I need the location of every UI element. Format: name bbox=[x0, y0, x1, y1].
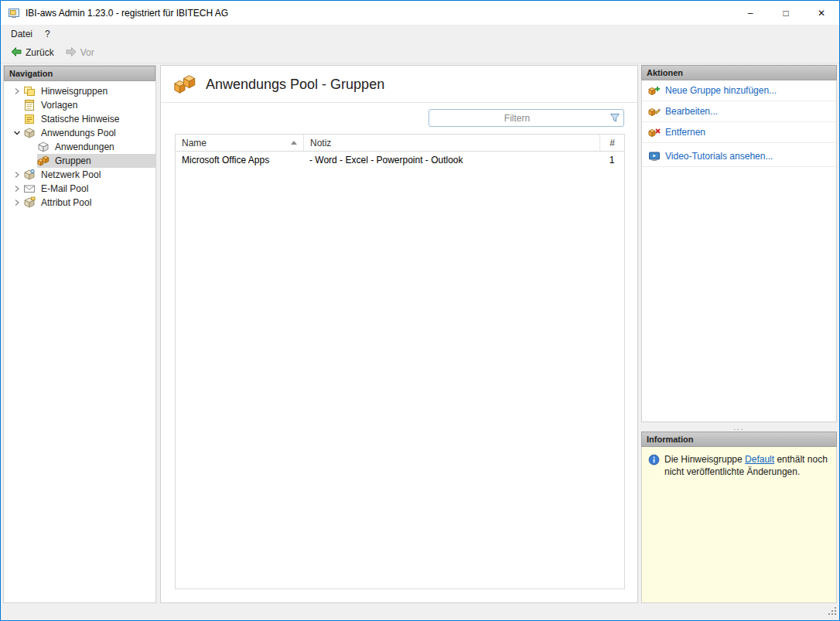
page-title: Anwendungs Pool - Gruppen bbox=[206, 77, 384, 93]
forward-button-label: Vor bbox=[80, 47, 94, 58]
action-add-group[interactable]: Neue Gruppe hinzufügen... bbox=[642, 80, 836, 101]
sort-ascending-icon bbox=[291, 141, 297, 145]
column-header-name-label: Name bbox=[182, 138, 207, 148]
body-area: Navigation Hinweisgruppen Vorlagen bbox=[1, 63, 839, 604]
hint-groups-icon bbox=[23, 85, 36, 97]
groups-table: Name Notiz # Microsoft Office Apps - Wor… bbox=[175, 134, 625, 589]
column-header-notiz[interactable]: Notiz bbox=[303, 135, 599, 151]
chevron-right-icon[interactable] bbox=[11, 196, 23, 209]
table-row[interactable]: Microsoft Office Apps - Word - Excel - P… bbox=[176, 152, 624, 168]
minimize-button[interactable]: – bbox=[732, 1, 768, 25]
groups-icon bbox=[37, 155, 50, 167]
sidebar-item-label: Netzwerk Pool bbox=[39, 169, 103, 181]
sidebar-item-label: Anwendungen bbox=[53, 141, 117, 153]
main-panel: Anwendungs Pool - Gruppen Name Notiz bbox=[160, 65, 638, 603]
sidebar-item-netzwerk-pool[interactable]: Netzwerk Pool bbox=[4, 168, 155, 182]
filter-box bbox=[429, 109, 624, 127]
email-pool-icon bbox=[23, 183, 36, 195]
navigation-header: Navigation bbox=[4, 66, 155, 81]
chevron-down-icon[interactable] bbox=[11, 127, 23, 139]
information-header: Information bbox=[641, 432, 837, 447]
column-header-count[interactable]: # bbox=[599, 135, 624, 151]
menubar: Datei ? bbox=[1, 25, 839, 43]
maximize-button[interactable]: □ bbox=[768, 1, 804, 25]
edit-group-icon bbox=[648, 105, 661, 118]
sidebar-item-gruppen[interactable]: Gruppen bbox=[4, 154, 155, 168]
remove-group-icon bbox=[648, 126, 661, 138]
sidebar-item-hinweisgruppen[interactable]: Hinweisgruppen bbox=[4, 84, 155, 98]
back-button-label: Zurück bbox=[26, 47, 54, 58]
chevron-spacer bbox=[25, 141, 37, 153]
actions-panel: Neue Gruppe hinzufügen... Bearbeiten... … bbox=[641, 80, 837, 422]
network-pool-icon bbox=[23, 169, 36, 181]
templates-icon bbox=[23, 99, 36, 111]
add-group-icon bbox=[648, 84, 661, 97]
forward-button[interactable]: Vor bbox=[60, 44, 99, 62]
statusbar bbox=[1, 604, 839, 620]
funnel-icon[interactable] bbox=[610, 112, 620, 125]
toolbar: Zurück Vor bbox=[1, 43, 839, 63]
action-edit[interactable]: Bearbeiten... bbox=[642, 101, 836, 122]
chevron-right-icon[interactable] bbox=[11, 169, 23, 181]
sidebar-item-statische-hinweise[interactable]: Statische Hinweise bbox=[4, 112, 155, 126]
column-header-notiz-label: Notiz bbox=[310, 138, 331, 148]
resize-grip[interactable] bbox=[828, 606, 838, 619]
action-label: Bearbeiten... bbox=[665, 106, 718, 117]
close-button[interactable]: ✕ bbox=[804, 1, 839, 25]
chevron-spacer bbox=[11, 113, 23, 125]
default-link[interactable]: Default bbox=[745, 454, 774, 465]
cell-name: Microsoft Office Apps bbox=[176, 155, 303, 165]
video-tutorials-icon bbox=[648, 150, 661, 162]
page-header: Anwendungs Pool - Gruppen bbox=[161, 66, 637, 103]
table-header-row: Name Notiz # bbox=[176, 135, 624, 152]
sidebar-item-label: Vorlagen bbox=[39, 99, 80, 111]
cell-notiz: - Word - Excel - Powerpoint - Outlook bbox=[303, 155, 599, 165]
info-text-before: Die Hinweisgruppe bbox=[664, 454, 745, 465]
menu-item-help[interactable]: ? bbox=[39, 25, 56, 43]
chevron-spacer bbox=[25, 155, 37, 167]
sidebar-item-label: Anwendungs Pool bbox=[39, 127, 118, 139]
window-controls: – □ ✕ bbox=[732, 1, 839, 25]
info-icon bbox=[648, 454, 660, 466]
filter-bar bbox=[161, 103, 637, 131]
forward-arrow-icon bbox=[65, 46, 77, 60]
right-panel: Aktionen Neue Gruppe hinzufügen... Bearb… bbox=[641, 65, 837, 603]
application-pool-icon bbox=[23, 127, 36, 139]
menu-item-datei[interactable]: Datei bbox=[5, 25, 39, 43]
back-button[interactable]: Zurück bbox=[5, 44, 59, 62]
sidebar-item-attribut-pool[interactable]: Attribut Pool bbox=[4, 196, 155, 210]
panel-splitter[interactable]: ... bbox=[641, 422, 837, 432]
action-label: Video-Tutorials ansehen... bbox=[665, 151, 773, 162]
sidebar-item-label: Statische Hinweise bbox=[39, 113, 121, 125]
column-header-name[interactable]: Name bbox=[176, 135, 303, 151]
attribute-pool-icon bbox=[23, 196, 36, 209]
app-window: IBI-aws Admin 1.23.0 - registriert für I… bbox=[0, 0, 840, 621]
column-header-count-label: # bbox=[610, 138, 615, 148]
action-video-tutorials[interactable]: Video-Tutorials ansehen... bbox=[642, 146, 836, 167]
sidebar-item-anwendungs-pool[interactable]: Anwendungs Pool bbox=[4, 126, 155, 140]
groups-large-icon bbox=[173, 73, 196, 96]
chevron-spacer bbox=[11, 99, 23, 111]
sidebar-item-anwendungen[interactable]: Anwendungen bbox=[4, 140, 155, 154]
action-label: Entfernen bbox=[665, 127, 705, 138]
sidebar-item-email-pool[interactable]: E-Mail Pool bbox=[4, 182, 155, 196]
static-hints-icon bbox=[23, 113, 36, 125]
titlebar: IBI-aws Admin 1.23.0 - registriert für I… bbox=[1, 1, 839, 25]
applications-icon bbox=[37, 141, 50, 153]
navigation-panel: Navigation Hinweisgruppen Vorlagen bbox=[3, 65, 156, 603]
info-text: Die Hinweisgruppe Default enthält noch n… bbox=[664, 453, 830, 478]
action-remove[interactable]: Entfernen bbox=[642, 122, 836, 143]
window-title: IBI-aws Admin 1.23.0 - registriert für I… bbox=[26, 8, 228, 19]
cell-count: 1 bbox=[599, 155, 624, 165]
chevron-right-icon[interactable] bbox=[11, 183, 23, 195]
action-label: Neue Gruppe hinzufügen... bbox=[665, 85, 777, 96]
sidebar-item-label: Gruppen bbox=[53, 155, 94, 167]
filter-input[interactable] bbox=[429, 109, 624, 127]
navigation-tree: Hinweisgruppen Vorlagen Statische Hinwei… bbox=[4, 81, 155, 602]
sidebar-item-label: Attribut Pool bbox=[39, 196, 94, 209]
chevron-right-icon[interactable] bbox=[11, 85, 23, 97]
sidebar-item-label: E-Mail Pool bbox=[39, 183, 90, 195]
sidebar-item-vorlagen[interactable]: Vorlagen bbox=[4, 98, 155, 112]
actions-header: Aktionen bbox=[641, 65, 837, 80]
information-panel: Die Hinweisgruppe Default enthält noch n… bbox=[641, 447, 837, 603]
